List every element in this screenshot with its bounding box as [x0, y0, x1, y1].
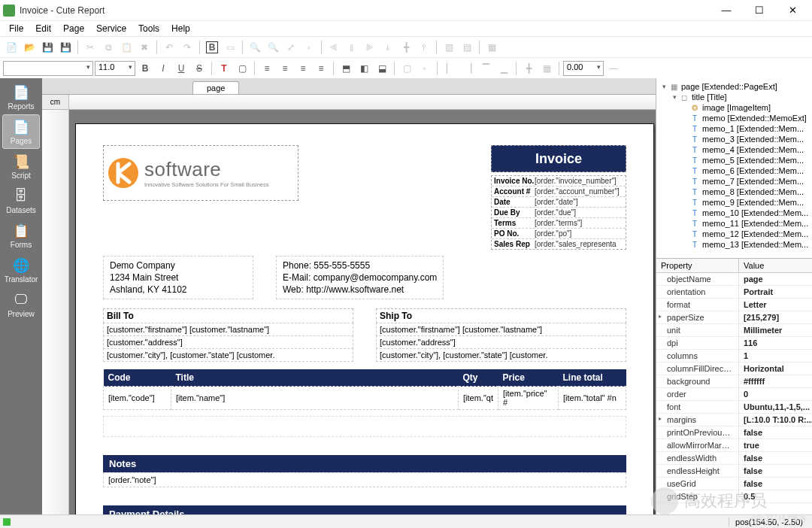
- tree-node[interactable]: Tmemo_11 [Extended::Mem...: [658, 218, 810, 229]
- property-row[interactable]: columnFillDirectionHorizontal: [656, 363, 812, 375]
- bold-icon[interactable]: B: [137, 60, 153, 77]
- border-inner-icon[interactable]: ╋: [520, 60, 537, 77]
- meta-row[interactable]: Account #[order."account_number"]: [492, 187, 626, 197]
- close-button[interactable]: ✕: [776, 0, 809, 21]
- menu-page[interactable]: Page: [57, 22, 90, 35]
- item-cell[interactable]: [item."total" #n: [559, 387, 626, 410]
- tree-node[interactable]: Tmemo_5 [Extended::Mem...: [658, 155, 810, 165]
- zoom-out-icon[interactable]: 🔍: [265, 39, 281, 56]
- menu-tools[interactable]: Tools: [132, 22, 165, 35]
- bold-box-icon[interactable]: B: [204, 39, 220, 56]
- font-size-combo[interactable]: 11.0: [95, 61, 135, 76]
- item-cell[interactable]: [item."qt: [459, 387, 498, 410]
- valign-mid-icon[interactable]: ◧: [356, 60, 372, 77]
- border-bottom-icon[interactable]: ▁: [495, 60, 512, 77]
- tree-node[interactable]: Tmemo_12 [Extended::Mem...: [658, 229, 810, 239]
- sidebar-item-reports[interactable]: 📄Reports: [2, 80, 40, 114]
- property-row[interactable]: columns1: [656, 350, 812, 363]
- tree-node[interactable]: Tmemo [Extended::MemoExt]: [658, 113, 810, 123]
- align-right-tool-icon[interactable]: ⫸: [362, 39, 378, 56]
- property-row[interactable]: orientationPortrait: [656, 286, 812, 299]
- align-center-icon[interactable]: ≡: [277, 60, 293, 77]
- grid-icon[interactable]: ▦: [483, 39, 500, 56]
- menu-file[interactable]: File: [3, 22, 29, 35]
- italic-icon[interactable]: I: [155, 60, 171, 77]
- meta-row[interactable]: Date[order."date"]: [492, 197, 626, 208]
- company-address-block[interactable]: Demo Company 1234 Main Street Ashland, K…: [103, 256, 253, 299]
- minimize-button[interactable]: —: [710, 0, 743, 21]
- tree-node[interactable]: ▾◻title [Title]: [658, 92, 810, 102]
- menu-edit[interactable]: Edit: [29, 22, 57, 35]
- property-row[interactable]: allowMirrorMarginstrue: [656, 439, 812, 452]
- tree-node[interactable]: ❂image [ImageItem]: [658, 102, 810, 113]
- property-row[interactable]: printOnPreviousPa...false: [656, 426, 812, 439]
- property-row[interactable]: margins[L:10.0 T:10.0 R:...: [656, 414, 812, 426]
- design-canvas[interactable]: software Innovative Software Solutions F…: [69, 110, 656, 514]
- property-row[interactable]: endlessHeightfalse: [656, 465, 812, 478]
- meta-row[interactable]: Due By[order."due"]: [492, 208, 626, 218]
- border-style-icon[interactable]: ―: [605, 60, 622, 77]
- ship-to-block[interactable]: Ship To[customer."firstname"] [customer.…: [376, 308, 626, 362]
- meta-row[interactable]: Terms[order."terms"]: [492, 218, 626, 229]
- font-family-combo[interactable]: [3, 61, 93, 76]
- item-cell[interactable]: [item."name"]: [171, 387, 459, 410]
- invoice-title[interactable]: Invoice: [491, 145, 626, 172]
- border-none-icon[interactable]: ▫: [417, 60, 433, 77]
- align-left-tool-icon[interactable]: ⫷: [326, 39, 342, 56]
- meta-row[interactable]: PO No.[order."po"]: [492, 229, 626, 239]
- meta-row[interactable]: Sales Rep[order."sales_representa: [492, 239, 626, 249]
- redo-icon[interactable]: ↷: [179, 39, 195, 56]
- tree-node[interactable]: Tmemo_8 [Extended::Mem...: [658, 187, 810, 197]
- sidebar-item-forms[interactable]: 📋Forms: [2, 218, 40, 253]
- property-row[interactable]: endlessWidthfalse: [656, 452, 812, 465]
- property-grid[interactable]: Property Value objectNamepageorientation…: [656, 259, 812, 514]
- sidebar-item-datasets[interactable]: 🗄Datasets: [2, 184, 40, 218]
- frame-icon[interactable]: ▭: [222, 39, 238, 56]
- saveas-icon[interactable]: 💾: [57, 39, 74, 56]
- notes-body[interactable]: [order."note"]: [103, 472, 626, 487]
- tree-node[interactable]: Tmemo_6 [Extended::Mem...: [658, 165, 810, 176]
- paste-icon[interactable]: 📋: [118, 39, 135, 56]
- border-right-icon[interactable]: ▕: [459, 60, 476, 77]
- property-row[interactable]: paperSize[215,279]: [656, 311, 812, 324]
- company-contact-block[interactable]: Phone: 555-555-5555 E-Mail: company@demo…: [276, 256, 444, 299]
- report-page[interactable]: software Innovative Software Solutions F…: [75, 123, 654, 514]
- copy-icon[interactable]: ⧉: [100, 39, 117, 56]
- new-icon[interactable]: 📄: [3, 39, 20, 56]
- property-row[interactable]: background#ffffff: [656, 375, 812, 388]
- bill-to-block[interactable]: Bill To[customer."firstname"] [customer.…: [103, 308, 353, 362]
- tree-node[interactable]: Tmemo_10 [Extended::Mem...: [658, 208, 810, 218]
- property-row[interactable]: unitMillimeter: [656, 324, 812, 337]
- property-row[interactable]: gridStep0.5: [656, 490, 812, 503]
- border-outer-icon[interactable]: ▢: [398, 60, 415, 77]
- property-row[interactable]: objectNamepage: [656, 273, 812, 286]
- menu-help[interactable]: Help: [165, 22, 196, 35]
- zoom-fit-icon[interactable]: ⤢: [283, 39, 299, 56]
- payment-header[interactable]: Payment Details: [103, 505, 626, 514]
- open-icon[interactable]: 📂: [21, 39, 38, 56]
- align-left-icon[interactable]: ≡: [259, 60, 275, 77]
- sidebar-item-script[interactable]: 📜Script: [2, 149, 40, 184]
- tree-node[interactable]: Tmemo_9 [Extended::Mem...: [658, 197, 810, 208]
- sidebar-item-pages[interactable]: 📄Pages: [2, 114, 40, 149]
- tree-node[interactable]: Tmemo_7 [Extended::Mem...: [658, 176, 810, 187]
- tree-node[interactable]: ▾▦page [Extended::PageExt]: [658, 81, 810, 92]
- undo-icon[interactable]: ↶: [161, 39, 177, 56]
- distribute-v-icon[interactable]: ▤: [459, 39, 475, 56]
- align-hcenter-tool-icon[interactable]: ⫿: [344, 39, 360, 56]
- valign-bot-icon[interactable]: ⬓: [374, 60, 390, 77]
- menu-service[interactable]: Service: [90, 22, 132, 35]
- strike-icon[interactable]: S: [191, 60, 208, 77]
- tree-node[interactable]: Tmemo_13 [Extended::Mem...: [658, 239, 810, 250]
- cut-icon[interactable]: ✂: [82, 39, 98, 56]
- tree-node[interactable]: Tmemo_1 [Extended::Mem...: [658, 123, 810, 134]
- property-row[interactable]: order0: [656, 388, 812, 401]
- object-tree[interactable]: ▾▦page [Extended::PageExt]▾◻title [Title…: [656, 78, 812, 259]
- valign-top-icon[interactable]: ⬒: [338, 60, 354, 77]
- maximize-button[interactable]: ☐: [743, 0, 776, 21]
- invoice-meta-table[interactable]: Invoice No.[order."invoice_number"]Accou…: [491, 175, 626, 250]
- border-width-combo[interactable]: 0.00: [563, 61, 604, 76]
- sidebar-item-preview[interactable]: 🖵Preview: [2, 287, 40, 322]
- align-bottom-tool-icon[interactable]: ⫯: [416, 39, 432, 56]
- align-vcenter-tool-icon[interactable]: ╋: [398, 39, 414, 56]
